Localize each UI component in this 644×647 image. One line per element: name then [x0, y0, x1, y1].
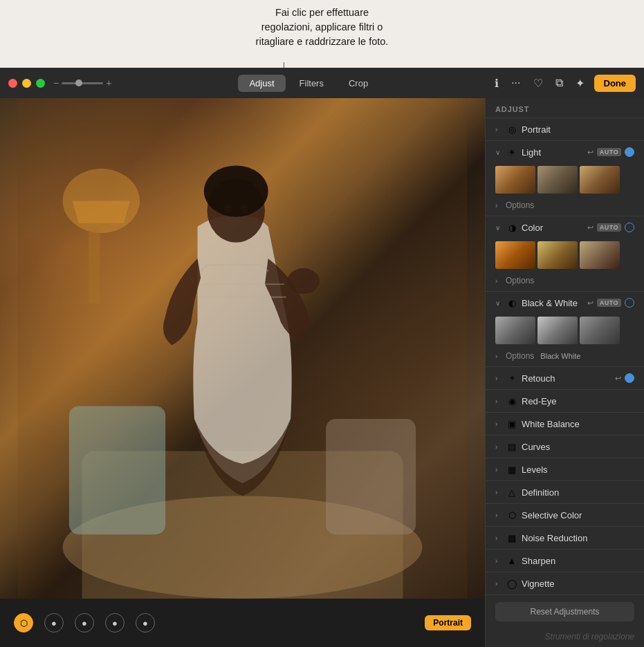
redeye-icon: ◉ [506, 395, 517, 406]
tab-crop[interactable]: Crop [338, 75, 379, 92]
callout-area: Fai clic per effettuare regolazioni, app… [0, 0, 644, 68]
bw-indicator[interactable] [625, 298, 634, 308]
light-options-chevron: › [495, 202, 502, 209]
zoom-slider[interactable] [62, 82, 103, 84]
svg-rect-8 [326, 419, 416, 534]
section-vignette[interactable]: › ◯ Vignette [486, 572, 644, 595]
bw-thumbnails [486, 314, 644, 348]
bw-controls: ↩ AUTO [587, 298, 634, 308]
magic-wand-icon[interactable]: ✦ [573, 75, 587, 91]
light-options-row[interactable]: › Options [486, 198, 644, 216]
panel-scroll[interactable]: › ◎ Portrait ∨ ☀ Light ↩ AUTO [486, 118, 644, 647]
light-options-label: Options [506, 200, 534, 210]
light-auto-badge[interactable]: AUTO [597, 148, 621, 156]
portrait-icon: ◎ [506, 124, 517, 135]
done-button[interactable]: Done [594, 75, 636, 92]
retouch-indicator[interactable] [625, 373, 634, 383]
bw-undo-icon[interactable]: ↩ [587, 299, 594, 308]
svg-rect-7 [69, 406, 165, 535]
section-retouch[interactable]: › ⌖ Retouch ↩ [486, 367, 644, 390]
sharpen-icon: ▲ [506, 555, 517, 566]
favorite-icon[interactable]: ♡ [531, 75, 546, 91]
duplicate-icon[interactable]: ⧉ [553, 75, 566, 91]
light-indicator[interactable] [625, 147, 634, 157]
definition-label: Definition [522, 487, 634, 498]
section-whitebalance[interactable]: › ▣ White Balance [486, 413, 644, 435]
light-icon: ☀ [506, 147, 517, 158]
bottom-tools: ⬡ ● ● ● ● [14, 613, 155, 632]
tool-circle-2[interactable]: ● [75, 613, 94, 632]
chevron-definition: › [495, 489, 502, 496]
chevron-selectivecolor: › [495, 512, 502, 518]
curves-icon: ▤ [506, 441, 517, 452]
light-thumb-3[interactable] [580, 166, 620, 194]
color-auto-badge[interactable]: AUTO [597, 223, 621, 232]
bw-row[interactable]: ∨ ◐ Black & White ↩ AUTO [486, 292, 644, 314]
color-options-row[interactable]: › Options [486, 273, 644, 291]
color-undo-icon[interactable]: ↩ [587, 223, 594, 232]
bw-options-extra: Black White [540, 352, 580, 360]
light-row[interactable]: ∨ ☀ Light ↩ AUTO [486, 141, 644, 163]
bw-options-row[interactable]: › Options Black White [486, 348, 644, 366]
info-icon[interactable]: ℹ [492, 75, 502, 91]
tool-hexagon[interactable]: ⬡ [14, 613, 33, 632]
bw-thumb-2[interactable] [537, 317, 578, 344]
maximize-button[interactable] [36, 79, 45, 88]
color-label: Color [522, 223, 583, 233]
light-thumb-2[interactable] [537, 166, 578, 194]
svg-point-11 [224, 204, 232, 213]
section-bw: ∨ ◐ Black & White ↩ AUTO › Optio [486, 292, 644, 367]
curves-label: Curves [522, 442, 634, 452]
more-options-icon[interactable]: ··· [508, 75, 523, 91]
bw-auto-badge[interactable]: AUTO [597, 299, 621, 307]
bw-label: Black & White [522, 298, 583, 308]
section-selectivecolor[interactable]: › ⬡ Selective Color [486, 504, 644, 527]
zoom-slider-thumb [75, 79, 82, 86]
bw-thumb-1[interactable] [495, 317, 535, 344]
zoom-minus-button[interactable]: − [53, 78, 59, 88]
close-button[interactable] [8, 79, 17, 88]
color-thumb-1[interactable] [495, 241, 535, 269]
light-thumbnails [486, 163, 644, 198]
bw-thumb-3[interactable] [580, 317, 620, 344]
section-levels[interactable]: › ▦ Levels [486, 458, 644, 481]
chevron-bw: ∨ [495, 299, 502, 306]
tool-circle-4[interactable]: ● [136, 613, 155, 632]
photo-canvas [0, 98, 485, 599]
bw-icon: ◐ [506, 297, 517, 308]
section-sharpen[interactable]: › ▲ Sharpen [486, 550, 644, 572]
portrait-badge[interactable]: Portrait [425, 615, 471, 630]
retouch-undo-icon[interactable]: ↩ [615, 374, 621, 383]
color-thumb-2[interactable] [537, 241, 578, 269]
section-curves[interactable]: › ▤ Curves [486, 435, 644, 458]
light-undo-icon[interactable]: ↩ [587, 148, 594, 157]
svg-point-12 [241, 204, 248, 213]
color-options-chevron: › [495, 277, 502, 284]
titlebar-right: ℹ ··· ♡ ⧉ ✦ Done [492, 75, 636, 92]
section-redeye[interactable]: › ◉ Red-Eye [486, 390, 644, 413]
minimize-button[interactable] [22, 79, 31, 88]
photo-subject-svg [0, 98, 485, 599]
section-definition[interactable]: › △ Definition [486, 481, 644, 504]
titlebar: − + Adjust Filters Crop ℹ ··· ♡ ⧉ ✦ Done [0, 68, 644, 98]
bottom-toolbar: ⬡ ● ● ● ● Portrait [0, 599, 485, 647]
zoom-plus-button[interactable]: + [106, 78, 111, 88]
tool-circle-1[interactable]: ● [44, 613, 64, 632]
section-color: ∨ ◑ Color ↩ AUTO › Options [486, 216, 644, 292]
section-portrait[interactable]: › ◎ Portrait [486, 118, 644, 141]
light-thumb-1[interactable] [495, 166, 535, 194]
portrait-label: Portrait [522, 124, 634, 135]
color-thumb-3[interactable] [580, 241, 620, 269]
color-row[interactable]: ∨ ◑ Color ↩ AUTO [486, 216, 644, 238]
tab-filters[interactable]: Filters [288, 75, 335, 92]
tool-circle-3[interactable]: ● [105, 613, 125, 632]
callout-line1: Fai clic per effettuare [256, 6, 389, 20]
tab-adjust[interactable]: Adjust [238, 75, 285, 92]
retouch-icon: ⌖ [506, 373, 517, 384]
color-icon: ◑ [506, 222, 517, 233]
color-thumbnails [486, 238, 644, 273]
color-indicator[interactable] [625, 223, 634, 232]
section-noisereduction[interactable]: › ▩ Noise Reduction [486, 527, 644, 550]
chevron-vignette: › [495, 580, 502, 587]
reset-adjustments-button[interactable]: Reset Adjustments [495, 602, 634, 621]
